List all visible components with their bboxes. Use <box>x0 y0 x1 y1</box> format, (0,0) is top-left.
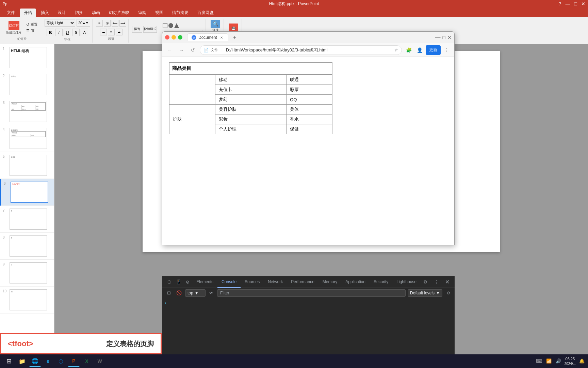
bold-btn[interactable]: B <box>47 29 54 36</box>
find-btn[interactable]: 🔍 查找 <box>209 19 222 33</box>
devtools-device-btn[interactable]: 📱 <box>174 277 183 287</box>
text-shadow-btn[interactable]: A <box>81 29 88 36</box>
taskbar-excel[interactable]: X <box>81 355 93 367</box>
context-dropdown[interactable]: top ▼ <box>185 289 206 297</box>
taskbar-powerpoint[interactable]: P <box>68 355 80 367</box>
indent-decrease-btn[interactable]: ⟵ <box>112 20 118 27</box>
menu-btn[interactable]: ⋮ <box>442 45 452 55</box>
devtools-tab-elements[interactable]: Elements <box>192 276 217 288</box>
close-btn[interactable]: ✕ <box>581 1 585 6</box>
new-slide-btn[interactable]: 幻灯片 新建幻灯片 <box>5 20 23 35</box>
devtools-tab-security[interactable]: Security <box>370 276 392 288</box>
align-right-btn[interactable]: ➡ <box>116 29 122 35</box>
slide-thumb-8[interactable]: 8 8 <box>0 233 54 260</box>
back-btn[interactable]: ← <box>165 45 175 55</box>
console-eye-btn[interactable]: 👁 <box>208 289 215 297</box>
tab-file[interactable]: 文件 <box>3 9 19 17</box>
console-clear-btn[interactable]: 🚫 <box>175 289 183 297</box>
extensions-btn[interactable]: 🧩 <box>404 45 413 55</box>
strikethrough-btn[interactable]: S̶ <box>72 29 80 36</box>
devtools-tab-lighthouse[interactable]: Lighthouse <box>392 276 421 288</box>
console-prompt-line[interactable]: › <box>165 300 452 305</box>
tab-review[interactable]: 审阅 <box>134 9 150 17</box>
devtools-tab-memory[interactable]: Memory <box>318 276 341 288</box>
tab-design[interactable]: 设计 <box>54 9 70 17</box>
list-bullet-btn[interactable]: ≡ <box>96 20 103 27</box>
browser-min-btn[interactable] <box>172 35 176 40</box>
taskbar-ie[interactable]: e <box>42 355 54 367</box>
tab-transition[interactable]: 切换 <box>71 9 87 17</box>
taskbar-clock[interactable]: 06:25 2024/... <box>565 356 576 366</box>
indent-increase-btn[interactable]: ⟶ <box>119 20 126 27</box>
taskbar-other[interactable]: W <box>94 355 105 367</box>
tab-close-btn[interactable]: ✕ <box>219 35 224 40</box>
slide-thumb-1[interactable]: 1 HTML结构 <box>0 44 54 71</box>
font-size-up[interactable]: ▲ <box>82 21 85 25</box>
align-left-btn[interactable]: ⬅ <box>100 29 107 35</box>
devtools-pause-btn[interactable]: ⊘ <box>183 277 192 287</box>
slide-thumb-2[interactable]: 2 语义化... <box>0 71 54 98</box>
list-num-btn[interactable]: ① <box>104 20 111 27</box>
console-filter-input[interactable]: Filter <box>217 289 406 297</box>
devtools-tab-network[interactable]: Network <box>264 276 287 288</box>
font-family-select[interactable]: 等线 Light <box>45 19 75 27</box>
reset-btn[interactable]: ↺重置 <box>25 22 39 27</box>
forward-btn[interactable]: → <box>177 45 186 55</box>
devtools-tab-console[interactable]: Console <box>217 276 241 288</box>
devtools-tab-application[interactable]: Application <box>341 276 370 288</box>
browser-close-btn[interactable] <box>165 35 169 40</box>
taskbar-chrome[interactable]: 🌐 <box>29 355 41 367</box>
italic-btn[interactable]: I <box>55 29 63 36</box>
slide-thumb-6[interactable]: 6 当前幻灯片 <box>0 179 54 206</box>
slide-thumb-9[interactable]: 9 9 <box>0 260 54 287</box>
slide-thumb-7[interactable]: 7 7 <box>0 206 54 233</box>
browser-window-close-btn[interactable]: ✕ <box>447 35 452 40</box>
refresh-btn[interactable]: ↺ <box>188 45 198 55</box>
tab-view[interactable]: 视图 <box>151 9 167 17</box>
font-size-down[interactable]: ▼ <box>85 21 88 25</box>
devtools-tab-performance[interactable]: Performance <box>287 276 318 288</box>
update-btn[interactable]: 更新 <box>426 45 441 55</box>
bookmark-btn[interactable]: ☆ <box>394 48 398 52</box>
tray-volume-icon[interactable]: 🔊 <box>555 358 562 365</box>
quick-style-btn[interactable]: 快速样式 <box>143 26 157 33</box>
profile-btn[interactable]: 👤 <box>415 45 424 55</box>
address-bar[interactable]: 📄 文件 | D:/HtmlWorkspace/html学习/day02/3-t… <box>200 45 402 55</box>
browser-max-btn[interactable] <box>178 35 182 40</box>
log-level-dropdown[interactable]: Default levels ▼ <box>408 289 442 297</box>
shape-triangle[interactable] <box>174 23 179 28</box>
maximize-btn[interactable]: □ <box>574 1 577 6</box>
tab-home[interactable]: 开始 <box>20 9 36 17</box>
new-tab-btn[interactable]: + <box>230 33 239 42</box>
align-center-btn[interactable]: ≡ <box>108 29 115 35</box>
slide-thumb-10[interactable]: 10 10 <box>0 287 54 313</box>
browser-restore-btn[interactable]: □ <box>443 35 445 40</box>
shape-circle[interactable] <box>168 23 173 28</box>
devtools-close-btn[interactable]: ✕ <box>442 277 452 287</box>
tab-baidu[interactable]: 百度网盘 <box>193 9 218 17</box>
console-sidebar-btn[interactable]: ⊡ <box>165 289 173 297</box>
slide-thumb-3[interactable]: 3 商品类目 移动联通 虚拟充值卡彩票 <box>0 98 54 125</box>
browser-tab-document[interactable]: D Document ✕ <box>187 33 228 41</box>
browser-minimize-btn[interactable]: — <box>435 34 441 41</box>
taskbar-start-btn[interactable]: ⊞ <box>3 355 15 367</box>
notification-btn[interactable]: 🔔 <box>578 358 585 365</box>
console-settings-gear[interactable]: ⚙ <box>444 289 452 297</box>
tab-story[interactable]: 情节摘要 <box>168 9 193 17</box>
devtools-settings-btn[interactable]: ⚙ <box>421 277 430 287</box>
shape-rect[interactable] <box>163 23 167 28</box>
taskbar-vscode[interactable]: ⬡ <box>55 355 67 367</box>
tray-network-icon[interactable]: 📶 <box>545 358 552 365</box>
tray-keyboard-icon[interactable]: ⌨ <box>536 358 543 365</box>
devtools-inspect-btn[interactable]: ⬡ <box>165 277 174 287</box>
tab-insert[interactable]: 插入 <box>37 9 53 17</box>
section-btn[interactable]: ☰节 <box>25 28 39 33</box>
pin-btn[interactable]: — <box>566 1 570 6</box>
slide-thumb-4[interactable]: 4 表格练习 表格内容 单元格内容 <box>0 125 54 152</box>
taskbar-file-explorer[interactable]: 📁 <box>16 355 28 367</box>
devtools-more-btn[interactable]: ⋮ <box>431 277 441 287</box>
help-btn[interactable]: ? <box>559 1 561 6</box>
devtools-tab-sources[interactable]: Sources <box>241 276 264 288</box>
tab-slideshow[interactable]: 幻灯片放映 <box>105 9 133 17</box>
tab-animation[interactable]: 动画 <box>88 9 104 17</box>
